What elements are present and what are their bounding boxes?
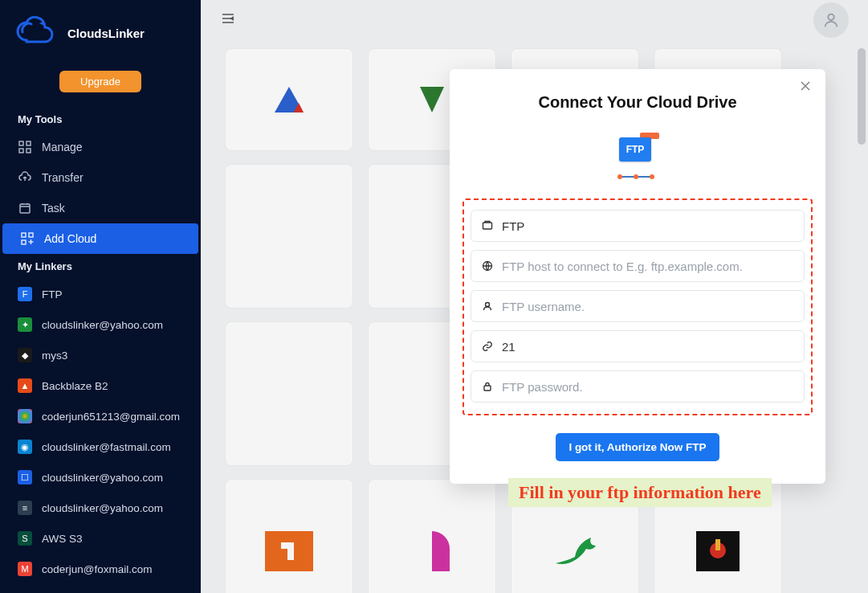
linker-label: AWS S3: [42, 533, 83, 545]
nav-manage-label: Manage: [42, 141, 83, 153]
ftp-user-field[interactable]: [471, 290, 805, 322]
linker-item[interactable]: coderjun651213@gmail.com: [0, 401, 201, 431]
linker-label: FTP: [42, 288, 63, 301]
svg-rect-3: [26, 149, 31, 153]
ftp-username-input[interactable]: [502, 300, 794, 313]
bars-icon: ≡: [18, 501, 32, 515]
brand-name: CloudsLinker: [67, 27, 145, 40]
linker-item[interactable]: ≡cloudslinker@yahoo.com: [0, 493, 201, 523]
linker-item[interactable]: ✦cloudslinker@yahoo.com: [0, 309, 201, 340]
svg-point-25: [486, 303, 490, 307]
close-icon[interactable]: [797, 77, 814, 95]
ftp-host-field[interactable]: [471, 250, 805, 282]
svg-rect-0: [19, 141, 23, 145]
linker-item[interactable]: ☐cloudslinker@yahoo.com: [0, 462, 201, 493]
lock-icon: [481, 380, 494, 393]
brand: CloudsLinker: [0, 0, 201, 59]
mail-icon: M: [18, 562, 32, 576]
grid-icon: [18, 140, 32, 154]
linker-label: coderjun651213@gmail.com: [42, 411, 180, 423]
linkers-list: FFTP ✦cloudslinker@yahoo.com ◆mys3 ▲Back…: [0, 279, 201, 593]
section-my-tools: My Tools: [0, 107, 201, 132]
disc-icon: ◉: [18, 440, 32, 454]
ftp-form-highlight: [463, 198, 813, 415]
nav-tools: Manage Transfer Task Add Cloud: [0, 132, 201, 254]
ftp-host-input[interactable]: [502, 260, 794, 273]
tag-icon: [481, 219, 494, 232]
ftp-port-field[interactable]: [471, 330, 805, 362]
linker-label: cloudslinker@yahoo.com: [42, 472, 163, 484]
link-icon: [481, 340, 494, 353]
linker-item[interactable]: Mcoderjun@foxmail.com: [0, 554, 201, 584]
linker-item[interactable]: ▲Backblaze B2: [0, 370, 201, 401]
ftp-password-field[interactable]: [471, 370, 805, 403]
linker-label: cloudslinker@yahoo.com: [42, 319, 163, 331]
nav-add-cloud-label: Add Cloud: [44, 232, 96, 245]
cloud-up-icon: [18, 170, 32, 185]
grid-plus-icon: [20, 231, 35, 246]
section-my-linkers: My Linkers: [0, 254, 201, 279]
annotation-callout: Fill in your ftp information here: [508, 478, 772, 507]
linker-label: mys3: [42, 350, 67, 362]
nav-task[interactable]: Task: [0, 193, 201, 223]
linker-label: cloudslinker@fastmail.com: [42, 441, 171, 453]
ftp-icon: F: [18, 287, 32, 301]
linker-item[interactable]: FFTP: [0, 279, 201, 309]
linker-item[interactable]: SAWS S3: [0, 523, 201, 554]
modal-ftp-logo: FTP: [450, 123, 825, 198]
linker-label: coderjun@foxmail.com: [42, 563, 153, 575]
main: OneDrive 1fichier PikPak: [201, 0, 868, 593]
user-icon: [481, 300, 494, 313]
service-icon: ◆: [18, 348, 32, 362]
linker-item[interactable]: ◉cloudslinker@fastmail.com: [0, 431, 201, 462]
ftp-password-input[interactable]: [502, 380, 794, 394]
svg-rect-5: [22, 233, 26, 237]
s3-icon: S: [18, 531, 32, 546]
nav-transfer-label: Transfer: [42, 171, 84, 184]
ftp-name-input[interactable]: [502, 219, 794, 233]
sidebar: CloudsLinker Upgrade My Tools Manage Tra…: [0, 0, 201, 593]
modal-title: Connect Your Cloud Drive: [450, 69, 825, 123]
calendar-icon: [18, 201, 32, 215]
nav-task-label: Task: [42, 202, 65, 215]
globe-icon: [481, 260, 494, 272]
ftp-port-input[interactable]: [502, 340, 794, 354]
nav-transfer[interactable]: Transfer: [0, 162, 201, 193]
brand-logo-icon: [11, 14, 59, 51]
ftp-badge: FTP: [619, 137, 651, 162]
svg-rect-26: [484, 386, 491, 391]
service-icon: ✦: [18, 317, 32, 332]
ftp-name-field[interactable]: [471, 210, 805, 242]
svg-rect-23: [483, 223, 492, 229]
nav-add-cloud[interactable]: Add Cloud: [2, 223, 198, 254]
authorize-ftp-button[interactable]: I got it, Authorize Now FTP: [556, 433, 719, 461]
photos-icon: [18, 409, 32, 423]
connect-cloud-modal: Connect Your Cloud Drive FTP: [450, 69, 825, 484]
svg-rect-2: [19, 149, 23, 153]
svg-rect-7: [22, 240, 26, 244]
linker-item[interactable]: ◆mys3: [0, 340, 201, 370]
upgrade-button[interactable]: Upgrade: [59, 71, 141, 92]
box-icon: ☐: [18, 470, 32, 485]
svg-rect-1: [26, 141, 31, 145]
svg-rect-6: [29, 233, 33, 237]
linker-label: cloudslinker@yahoo.com: [42, 502, 163, 514]
nav-manage[interactable]: Manage: [0, 132, 201, 162]
svg-rect-4: [20, 204, 30, 213]
flame-icon: ▲: [18, 378, 32, 393]
linker-label: Backblaze B2: [42, 380, 108, 392]
